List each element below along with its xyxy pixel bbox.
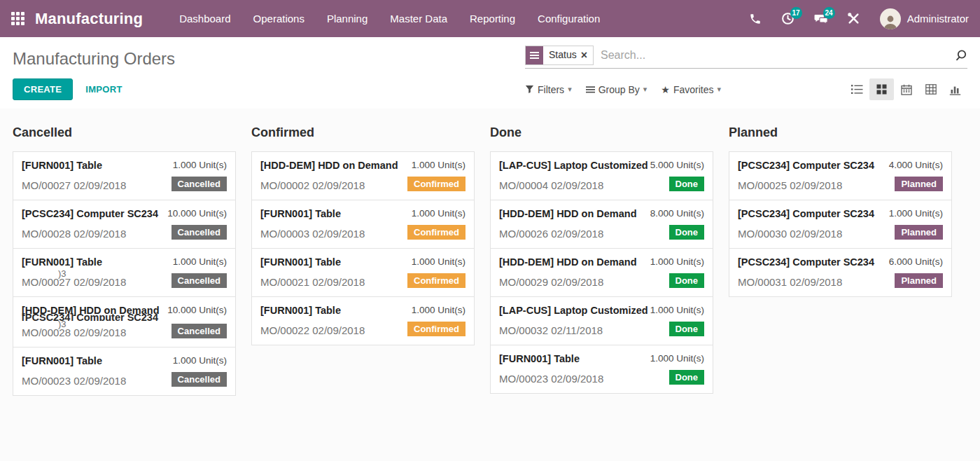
chevron-down-icon: ▾ [717,85,721,94]
card-title: [FURN001] Table [22,160,126,171]
view-switcher [845,78,967,100]
card-title: [FURN001] Table [260,256,365,268]
card-quantity: 4.000 Unit(s) [889,160,943,170]
card-reference: MO/00021 02/09/2018 [260,276,365,288]
card-quantity: 1.000 Unit(s) [173,256,227,267]
status-badge: Done [669,225,705,240]
card-quantity: 1.000 Unit(s) [650,353,704,364]
search-facet-status[interactable]: Status × [525,46,594,65]
kanban-card[interactable]: [FURN001] Table MO/00023 02/09/2018 1.00… [490,345,713,394]
graph-view-button[interactable] [943,78,967,100]
column-header: Cancelled [13,125,236,140]
main-menu: Dashboard Operations Planning Master Dat… [179,1,600,36]
user-menu[interactable]: Administrator [880,8,969,29]
create-button[interactable]: CREATE [13,78,73,100]
card-reference: MO/00003 02/09/2018 [260,228,365,240]
action-buttons: CREATE IMPORT [13,78,525,100]
kanban-column: Planned [PCSC234] Computer SC234 MO/0002… [729,125,952,395]
kanban-card[interactable]: [HDD-DEM] HDD on Demand [PCSC234] Comput… [13,296,236,348]
facet-label: Status [543,46,581,64]
kanban-card[interactable]: [FURN001] Table MO/00027 02/09/2018 1.00… [13,151,236,200]
status-badge: Cancelled [172,225,227,240]
card-quantity: 1.000 Unit(s) [412,208,465,219]
status-badge: Done [669,273,705,288]
menu-operations[interactable]: Operations [253,1,304,36]
kanban-card[interactable]: [LAP-CUS] Laptop Customized MO/00032 02/… [490,296,713,345]
menu-configuration[interactable]: Configuration [538,1,600,36]
card-reference: MO/00028 02/09/2018 [22,228,158,240]
top-navbar: Manufacturing Dashboard Operations Plann… [0,0,980,37]
card-title: [PCSC234] Computer SC234 [22,208,158,219]
card-quantity: 1.000 Unit(s) [173,160,227,170]
status-badge: Confirmed [407,273,465,288]
tools-icon[interactable] [847,12,861,26]
star-icon: ★ [661,84,670,95]
messages-chat-icon[interactable]: 24 [814,12,828,26]
kanban-column: Cancelled [FURN001] Table MO/00027 02/09… [13,125,236,395]
card-quantity: 1.000 Unit(s) [412,256,465,267]
pivot-view-button[interactable] [918,78,943,100]
card-reference: )3 MO/00028 02/09/2018 [22,326,160,338]
card-quantity: 10.000 Unit(s) [167,305,227,315]
group-by-dropdown[interactable]: Group By ▾ [586,84,648,95]
list-view-button[interactable] [845,78,869,100]
calendar-view-button[interactable] [894,78,918,100]
kanban-card[interactable]: [PCSC234] Computer SC234 MO/00025 02/09/… [729,151,952,200]
menu-reporting[interactable]: Reporting [470,1,515,36]
kanban-card[interactable]: [FURN001] Table )3 MO/00027 02/09/2018 1… [13,248,236,297]
apps-menu-icon[interactable] [11,12,24,25]
card-quantity: 8.000 Unit(s) [650,208,704,219]
kanban-card[interactable]: [HDD-DEM] HDD on Demand MO/00002 02/09/2… [251,151,475,200]
menu-planning[interactable]: Planning [327,1,368,36]
kanban-view: Cancelled [FURN001] Table MO/00027 02/09… [0,109,980,461]
card-reference: MO/00004 02/09/2018 [499,179,648,191]
kanban-card[interactable]: [PCSC234] Computer SC234 MO/00028 02/09/… [13,200,236,249]
column-header: Planned [729,125,952,140]
card-reference: MO/00027 02/09/2018 [22,179,126,191]
kanban-card[interactable]: [FURN001] Table MO/00023 02/09/2018 1.00… [13,347,236,396]
kanban-card[interactable]: [HDD-DEM] HDD on Demand MO/00029 02/09/2… [490,248,713,297]
filters-dropdown[interactable]: Filters ▾ [525,84,572,95]
phone-icon[interactable] [748,12,762,26]
activity-count-badge: 17 [790,7,802,19]
facet-remove-icon[interactable]: × [581,46,593,64]
status-badge: Cancelled [172,273,227,288]
card-reference: )3 MO/00027 02/09/2018 [22,276,126,288]
page-title: Manufacturing Orders [13,49,525,69]
card-title: [PCSC234] Computer SC234 [738,208,874,219]
card-reference: MO/00002 02/09/2018 [260,179,398,191]
card-quantity: 1.000 Unit(s) [412,160,465,170]
menu-master-data[interactable]: Master Data [390,1,447,36]
import-button[interactable]: IMPORT [85,84,122,95]
column-header: Done [490,125,713,140]
kanban-card[interactable]: [HDD-DEM] HDD on Demand MO/00026 02/09/2… [490,200,713,249]
status-badge: Done [669,177,705,191]
filters-label: Filters [538,84,564,95]
app-title[interactable]: Manufacturing [35,10,143,28]
search-bar: Status × [525,46,967,69]
menu-dashboard[interactable]: Dashboard [179,1,230,36]
card-quantity: 5.000 Unit(s) [650,160,704,170]
favorites-dropdown[interactable]: ★ Favorites ▾ [661,84,721,95]
kanban-card[interactable]: [LAP-CUS] Laptop Customized MO/00004 02/… [490,151,713,200]
card-title: [FURN001] Table [499,353,603,364]
kanban-card[interactable]: [FURN001] Table MO/00021 02/09/2018 1.00… [251,248,475,297]
kanban-card[interactable]: [PCSC234] Computer SC234 MO/00030 02/09/… [729,200,952,249]
status-badge: Done [669,322,705,336]
kanban-view-button[interactable] [869,78,894,100]
search-input[interactable] [601,49,949,62]
card-title-overlap-artifact: [PCSC234] Computer SC234 [22,312,160,321]
search-icon[interactable] [955,49,967,62]
card-title: [FURN001] Table [22,355,126,366]
group-by-facet-icon [526,46,543,64]
card-title: [HDD-DEM] HDD on Demand [499,256,637,268]
filter-funnel-icon [525,85,534,94]
column-header: Confirmed [251,125,475,140]
group-by-label: Group By [598,84,640,95]
kanban-card[interactable]: [PCSC234] Computer SC234 MO/00031 02/09/… [729,248,952,297]
kanban-card[interactable]: [FURN001] Table MO/00003 02/09/2018 1.00… [251,200,475,249]
card-reference: MO/00029 02/09/2018 [499,276,637,288]
card-title: [HDD-DEM] HDD on Demand [499,208,637,219]
kanban-card[interactable]: [FURN001] Table MO/00022 02/09/2018 1.00… [251,296,475,345]
activities-clock-icon[interactable]: 17 [781,12,795,26]
